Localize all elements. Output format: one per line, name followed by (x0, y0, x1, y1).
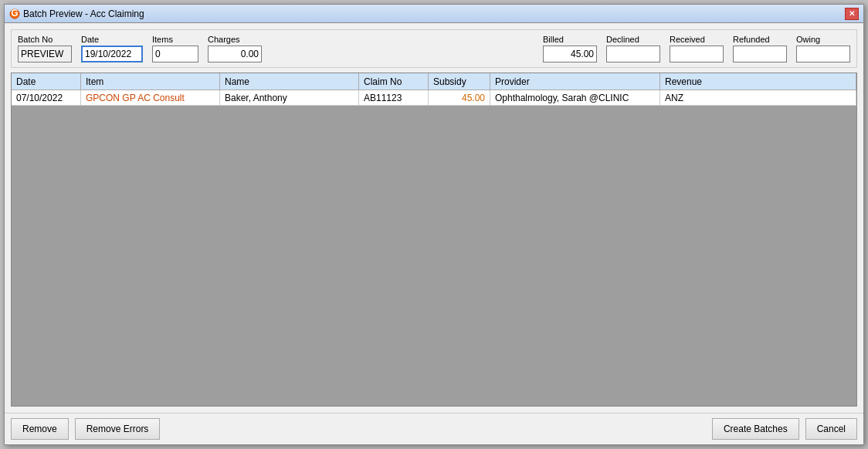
table-header: Date Item Name Claim No Subsidy Provider… (12, 73, 856, 90)
batch-no-group: Batch No (18, 35, 72, 62)
col-header-subsidy: Subsidy (429, 73, 490, 89)
charges-group: Charges (208, 35, 262, 62)
billed-input[interactable] (543, 46, 597, 62)
window-icon: G (9, 8, 20, 19)
remove-button[interactable]: Remove (11, 418, 69, 440)
items-group: Items (152, 35, 198, 62)
cell-date: 07/10/2022 (12, 90, 81, 105)
cell-subsidy: 45.00 (429, 90, 490, 105)
charges-label: Charges (208, 35, 262, 44)
items-input[interactable] (152, 46, 198, 62)
batch-no-input[interactable] (18, 46, 72, 62)
col-header-name: Name (220, 73, 359, 89)
remove-errors-button[interactable]: Remove Errors (75, 418, 161, 440)
table-body: 07/10/2022 GPCON GP AC Consult Baker, An… (12, 90, 856, 406)
svg-text:G: G (11, 8, 18, 19)
declined-label: Declined (606, 35, 660, 44)
batch-form: Batch No Date Items Charges Billed D (11, 29, 857, 68)
date-group: Date (81, 35, 143, 62)
col-header-provider: Provider (490, 73, 660, 89)
owing-label: Owing (796, 35, 850, 44)
charges-input[interactable] (208, 46, 262, 62)
declined-group: Declined (606, 35, 660, 62)
billed-label: Billed (543, 35, 597, 44)
date-label: Date (81, 35, 143, 44)
received-input[interactable] (670, 46, 724, 62)
refunded-group: Refunded (733, 35, 787, 62)
bottom-bar: Remove Remove Errors Create Batches Canc… (5, 413, 863, 444)
title-bar-text: Batch Preview - Acc Claiming (23, 8, 845, 19)
content-area: Batch No Date Items Charges Billed D (5, 23, 863, 413)
cell-claim-no: AB11123 (359, 90, 429, 105)
title-bar: G Batch Preview - Acc Claiming ✕ (5, 5, 863, 23)
cell-revenue: ANZ (660, 90, 856, 105)
cell-item: GPCON GP AC Consult (81, 90, 220, 105)
main-window: G Batch Preview - Acc Claiming ✕ Batch N… (4, 4, 864, 445)
batch-no-label: Batch No (18, 35, 72, 44)
items-label: Items (152, 35, 198, 44)
refunded-input[interactable] (733, 46, 787, 62)
date-input[interactable] (81, 46, 143, 62)
cell-name: Baker, Anthony (220, 90, 359, 105)
owing-input[interactable] (796, 46, 850, 62)
batch-table: Date Item Name Claim No Subsidy Provider… (11, 73, 857, 407)
col-header-item: Item (81, 73, 220, 89)
refunded-label: Refunded (733, 35, 787, 44)
received-label: Received (670, 35, 724, 44)
owing-group: Owing (796, 35, 850, 62)
col-header-claim-no: Claim No (359, 73, 429, 89)
received-group: Received (670, 35, 724, 62)
billed-group: Billed (543, 35, 597, 62)
table-row[interactable]: 07/10/2022 GPCON GP AC Consult Baker, An… (12, 90, 856, 106)
close-button[interactable]: ✕ (845, 8, 859, 20)
cell-provider: Ophthalmology, Sarah @CLINIC (490, 90, 660, 105)
col-header-revenue: Revenue (660, 73, 856, 89)
col-header-date: Date (12, 73, 81, 89)
declined-input[interactable] (606, 46, 660, 62)
create-batches-button[interactable]: Create Batches (712, 418, 799, 440)
cancel-button[interactable]: Cancel (805, 418, 857, 440)
